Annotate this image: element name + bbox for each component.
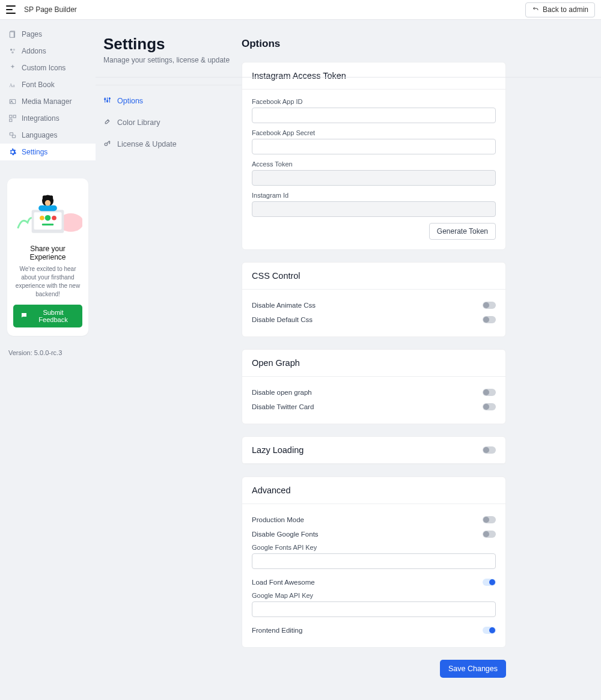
toggle-label: Frontend Editing [252,627,302,634]
version-label: Version: 5.0.0-rc.3 [0,342,96,364]
svg-point-2 [10,49,13,51]
menu-toggle-button[interactable] [5,4,17,16]
sidebar-item-label: Settings [22,148,47,156]
svg-point-3 [13,49,15,51]
svg-rect-9 [13,115,16,118]
sidebar-item-languages[interactable]: Languages [0,127,96,144]
production-mode-toggle[interactable] [483,516,496,523]
card-title: Lazy Loading [252,445,304,455]
svg-rect-12 [12,135,15,138]
sparkle-icon [8,64,17,72]
load-font-awesome-toggle[interactable] [483,579,496,586]
tab-license-update[interactable]: License & Update [96,133,242,155]
svg-point-24 [45,200,51,206]
main: Settings Manage your settings, license &… [96,20,601,700]
feedback-description: We're excited to hear about your firstha… [13,265,82,299]
save-changes-button[interactable]: Save Changes [440,660,506,678]
disable-animate-css-toggle[interactable] [483,302,496,309]
toggle-label: Disable open graph [252,389,312,396]
submit-feedback-button[interactable]: Submit Feedback [13,305,82,327]
sidebar-item-settings[interactable]: Settings [0,144,96,160]
svg-point-18 [52,216,56,221]
languages-icon [8,131,17,139]
card-title: Open Graph [252,358,300,368]
sidebar-item-label: Custom Icons [22,64,66,72]
field-label: Google Fonts API Key [252,544,496,551]
svg-point-22 [49,195,53,199]
sidebar-item-font-book[interactable]: Aa Font Book [0,76,96,93]
access-token-input[interactable] [252,170,496,186]
sliders-icon [103,96,111,106]
addons-icon [8,47,17,55]
sidebar-item-pages[interactable]: Pages [0,26,96,43]
card-title: Instagram Access Token [252,71,346,81]
card-title: CSS Control [252,271,300,281]
media-icon [8,97,17,106]
field-label: Instagram Id [252,192,496,199]
svg-point-17 [45,215,51,221]
section-heading: Options [242,35,601,50]
toggle-label: Disable Animate Css [252,302,316,309]
svg-point-16 [40,216,44,221]
svg-point-4 [11,52,14,54]
toggle-label: Disable Default Css [252,316,313,323]
instagram-id-input[interactable] [252,201,496,217]
sidebar-nav: Pages Addons Custom Icons Aa Font Book M… [0,20,96,160]
lazy-loading-toggle[interactable] [483,446,496,454]
google-map-api-key-input[interactable] [252,601,496,617]
sidebar-item-integrations[interactable]: Integrations [0,110,96,127]
facebook-app-id-input[interactable] [252,108,496,123]
feedback-card: Share your Experience We're excited to h… [7,178,88,336]
disable-google-fonts-toggle[interactable] [483,531,496,538]
toggle-label: Load Font Awesome [252,579,315,586]
field-label: Facebook App ID [252,98,496,105]
svg-point-21 [43,195,46,199]
frontend-editing-toggle[interactable] [483,627,496,634]
tab-options[interactable]: Options [96,90,242,112]
google-fonts-api-key-input[interactable] [252,553,496,569]
key-icon [103,139,111,149]
card-title: Advanced [252,485,291,495]
back-to-admin-button[interactable]: Back to admin [525,2,595,17]
svg-rect-19 [42,224,53,225]
disable-default-css-toggle[interactable] [483,316,496,323]
sidebar-item-media-manager[interactable]: Media Manager [0,93,96,110]
integrations-icon [8,114,17,123]
tab-color-library[interactable]: Color Library [96,112,242,133]
page-icon [8,30,17,38]
toggle-label: Production Mode [252,516,304,523]
card-instagram-token: Instagram Access Token Facebook App ID F… [242,62,506,250]
gear-icon [8,148,17,156]
sidebar-item-custom-icons[interactable]: Custom Icons [0,59,96,76]
undo-icon [532,5,539,14]
back-to-admin-label: Back to admin [543,5,588,14]
svg-rect-8 [10,115,12,118]
card-lazy-loading: Lazy Loading [242,436,506,464]
facebook-app-secret-input[interactable] [252,139,496,154]
tab-label: Options [117,97,143,105]
svg-rect-11 [10,133,13,135]
page-title: Settings [103,35,242,53]
topbar: SP Page Builder Back to admin [0,0,601,20]
field-label: Access Token [252,160,496,168]
sidebar-item-label: Font Book [22,81,55,89]
svg-point-31 [105,143,107,145]
chat-icon [20,312,28,320]
svg-text:Aa: Aa [9,83,15,88]
disable-open-graph-toggle[interactable] [483,389,496,396]
feedback-illustration [13,187,82,241]
sidebar-item-label: Pages [22,30,42,38]
sidebar-item-label: Media Manager [22,97,72,106]
divider [96,77,601,78]
sidebar-item-addons[interactable]: Addons [0,43,96,59]
settings-tabs: Options Color Library License & Update [96,85,242,155]
brush-icon [103,118,111,127]
generate-token-button[interactable]: Generate Token [429,223,496,240]
disable-twitter-card-toggle[interactable] [483,403,496,410]
svg-point-28 [105,99,106,100]
field-label: Facebook App Secret [252,129,496,136]
sidebar: Pages Addons Custom Icons Aa Font Book M… [0,20,96,700]
font-icon: Aa [8,81,17,89]
card-css-control: CSS Control Disable Animate Css Disable … [242,262,506,337]
svg-rect-10 [10,119,12,121]
